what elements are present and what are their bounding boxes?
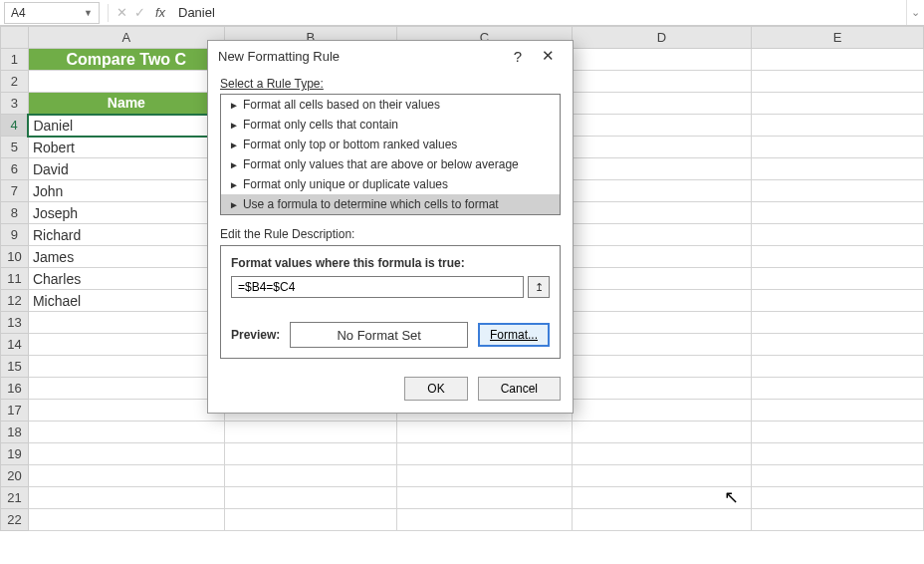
collapse-dialog-icon[interactable]: ↥ (528, 276, 550, 298)
row-header[interactable]: 17 (1, 400, 29, 422)
cell[interactable] (28, 400, 224, 422)
row-header[interactable]: 2 (1, 71, 29, 93)
cell[interactable] (752, 202, 924, 224)
row-header[interactable]: 20 (1, 465, 29, 487)
cancel-icon[interactable]: ✕ (113, 5, 130, 20)
row-header[interactable]: 3 (1, 93, 29, 115)
cell[interactable] (573, 443, 752, 465)
cell[interactable]: John (28, 180, 224, 202)
cell[interactable] (573, 290, 752, 312)
cell[interactable] (573, 378, 752, 400)
cell[interactable] (28, 334, 224, 356)
rule-type-item[interactable]: ►Format only cells that contain (221, 115, 560, 135)
expand-formula-bar-icon[interactable]: ⌄ (906, 0, 924, 25)
cell[interactable] (573, 487, 752, 509)
cell[interactable] (28, 443, 224, 465)
cell-active[interactable]: Daniel (28, 115, 224, 137)
select-all-corner[interactable] (1, 27, 29, 49)
cell[interactable] (752, 465, 924, 487)
cell[interactable]: Charles (28, 268, 224, 290)
cell[interactable] (28, 378, 224, 400)
row-header[interactable]: 9 (1, 224, 29, 246)
cell[interactable] (752, 158, 924, 180)
cell[interactable] (752, 422, 924, 443)
cell[interactable]: Robert (28, 137, 224, 158)
cell[interactable] (573, 180, 752, 202)
row-header[interactable]: 8 (1, 202, 29, 224)
cell[interactable] (573, 158, 752, 180)
row-header[interactable]: 6 (1, 158, 29, 180)
cell[interactable] (752, 443, 924, 465)
cell[interactable]: Compare Two C (28, 49, 224, 71)
cell[interactable] (573, 93, 752, 115)
cell[interactable] (573, 71, 752, 93)
cell[interactable] (573, 422, 752, 443)
cell[interactable] (224, 465, 396, 487)
enter-icon[interactable]: ✓ (130, 5, 148, 20)
cell[interactable] (396, 443, 572, 465)
cell[interactable] (573, 115, 752, 137)
formula-field[interactable] (231, 276, 524, 298)
column-header[interactable]: D (573, 27, 752, 49)
cell[interactable]: Richard (28, 224, 224, 246)
row-header[interactable]: 1 (1, 49, 29, 71)
row-header[interactable]: 18 (1, 422, 29, 443)
cancel-button[interactable]: Cancel (478, 377, 561, 401)
close-icon[interactable]: ✕ (533, 47, 563, 65)
cell[interactable] (752, 356, 924, 378)
cell[interactable] (573, 356, 752, 378)
chevron-down-icon[interactable]: ▼ (84, 8, 93, 18)
cell[interactable]: Name (28, 93, 224, 115)
cell[interactable] (396, 422, 572, 443)
cell[interactable] (752, 509, 924, 531)
row-header[interactable]: 7 (1, 180, 29, 202)
fx-icon[interactable]: fx (148, 5, 172, 20)
cell[interactable] (28, 509, 224, 531)
cell[interactable] (752, 487, 924, 509)
cell[interactable] (752, 290, 924, 312)
cell[interactable] (28, 487, 224, 509)
cell[interactable] (573, 224, 752, 246)
cell[interactable] (28, 71, 224, 93)
ok-button[interactable]: OK (404, 377, 467, 401)
cell[interactable] (752, 334, 924, 356)
dialog-titlebar[interactable]: New Formatting Rule ? ✕ (208, 41, 573, 71)
row-header[interactable]: 19 (1, 443, 29, 465)
cell[interactable] (752, 246, 924, 268)
row-header[interactable]: 10 (1, 246, 29, 268)
rule-type-item[interactable]: ►Format only values that are above or be… (221, 154, 560, 174)
column-header[interactable]: E (752, 27, 924, 49)
cell[interactable] (396, 509, 572, 531)
cell[interactable]: Joseph (28, 202, 224, 224)
rule-type-item[interactable]: ►Format only unique or duplicate values (221, 174, 560, 194)
row-header[interactable]: 14 (1, 334, 29, 356)
row-header[interactable]: 21 (1, 487, 29, 509)
cell[interactable] (573, 465, 752, 487)
cell[interactable] (573, 202, 752, 224)
cell[interactable]: Michael (28, 290, 224, 312)
row-header[interactable]: 13 (1, 312, 29, 334)
row-header[interactable]: 16 (1, 378, 29, 400)
row-header[interactable]: 11 (1, 268, 29, 290)
cell[interactable] (224, 509, 396, 531)
cell[interactable] (573, 509, 752, 531)
cell[interactable]: James (28, 246, 224, 268)
row-header[interactable]: 15 (1, 356, 29, 378)
row-header[interactable]: 22 (1, 509, 29, 531)
cell[interactable] (752, 378, 924, 400)
cell[interactable] (573, 400, 752, 422)
row-header[interactable]: 5 (1, 137, 29, 158)
cell[interactable] (573, 312, 752, 334)
cell[interactable] (752, 49, 924, 71)
row-header[interactable]: 4 (1, 115, 29, 137)
row-header[interactable]: 12 (1, 290, 29, 312)
cell[interactable] (752, 71, 924, 93)
cell[interactable] (28, 465, 224, 487)
cell[interactable] (752, 268, 924, 290)
help-button[interactable]: ? (503, 48, 533, 65)
cell[interactable]: David (28, 158, 224, 180)
cell[interactable] (396, 465, 572, 487)
rule-type-list[interactable]: ►Format all cells based on their values … (220, 94, 561, 215)
cell[interactable] (28, 422, 224, 443)
cell[interactable] (752, 115, 924, 137)
